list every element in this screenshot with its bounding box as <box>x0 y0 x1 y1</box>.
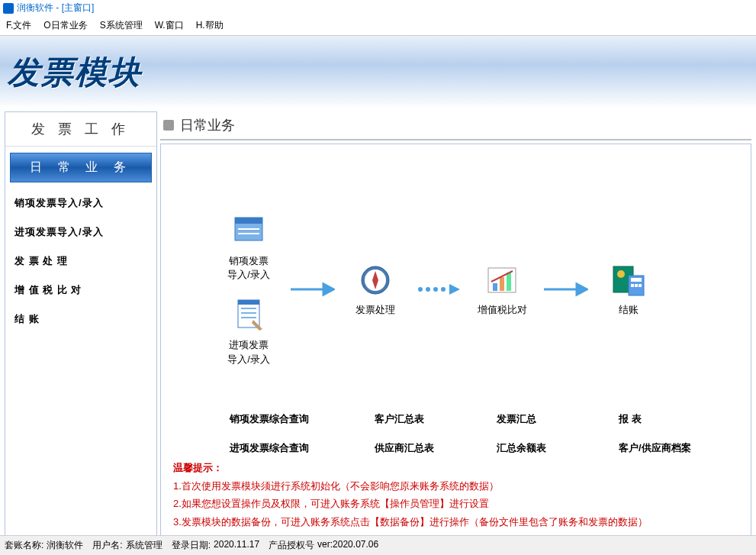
link-customer-supplier-archive[interactable]: 客户/供应商档案 <box>619 441 725 455</box>
banner: 发票模块 <box>0 36 756 108</box>
svg-point-12 <box>426 287 430 292</box>
flow-label: 发票处理 <box>355 303 395 317</box>
tips-line-1: 1.首次使用发票模块须进行系统初始化（不会影响您原来账务系统的数据） <box>173 477 738 495</box>
flow-node-sales-import[interactable]: 销项发票导入/录入 <box>214 213 283 282</box>
arrow-icon <box>542 282 588 297</box>
flow-node-closing[interactable]: 结账 <box>594 262 663 317</box>
svg-rect-16 <box>493 283 497 291</box>
svg-rect-6 <box>241 308 256 309</box>
header-bullet-icon <box>163 120 174 131</box>
links-row: 销项发票综合查询 进项发票综合查询 客户汇总表 供应商汇总表 发票汇总 汇总余额… <box>230 412 735 455</box>
svg-rect-7 <box>241 312 256 314</box>
svg-rect-2 <box>238 228 259 230</box>
link-supplier-summary[interactable]: 供应商汇总表 <box>375 441 466 455</box>
tips: 温馨提示： 1.首次使用发票模块须进行系统初始化（不会影响您原来账务系统的数据）… <box>173 459 738 531</box>
status-account-label: 套账名称: <box>5 539 43 552</box>
main-header-text: 日常业务 <box>180 116 235 134</box>
tips-line-3: 3.发票模块的数据备份，可进入账务系统点击【数据备份】进行操作（备份文件里包含了… <box>173 513 738 531</box>
svg-rect-18 <box>507 273 511 291</box>
menubar: F.文件 O日常业务 S系统管理 W.窗口 H.帮助 <box>0 16 756 36</box>
status-date-label: 登录日期: <box>172 539 211 552</box>
compass-icon <box>357 262 394 298</box>
menu-help[interactable]: H.帮助 <box>196 19 224 32</box>
titlebar-text: 润衡软件 - [主窗口] <box>17 2 94 15</box>
banner-title: 发票模块 <box>8 51 142 94</box>
app-icon <box>3 3 14 14</box>
main-body: 销项发票导入/录入 进项发票导入/录入 <box>160 144 751 540</box>
sidebar-header: 发 票 工 作 <box>5 112 156 147</box>
main-header: 日常业务 <box>160 111 751 140</box>
link-purchase-query[interactable]: 进项发票综合查询 <box>230 441 344 455</box>
svg-point-13 <box>433 287 438 292</box>
flow-label: 进项发票导入/录入 <box>227 338 270 366</box>
flow-node-vat-compare[interactable]: 增值税比对 <box>468 262 536 317</box>
svg-rect-23 <box>631 284 634 287</box>
svg-point-14 <box>441 287 446 292</box>
main: 日常业务 销项发票导入/录入 进项发票导入/录入 <box>160 111 751 536</box>
sidebar: 发 票 工 作 日 常 业 务 销项发票导入/录入 进项发票导入/录入 发 票 … <box>5 111 157 536</box>
status-date: 2020.11.17 <box>214 539 259 552</box>
arrow-icon <box>289 282 335 297</box>
chart-icon <box>484 262 520 298</box>
flow-node-purchase-import[interactable]: 进项发票导入/录入 <box>214 297 283 366</box>
svg-point-20 <box>617 270 625 278</box>
svg-rect-25 <box>639 284 642 287</box>
menu-daily[interactable]: O日常业务 <box>43 19 87 32</box>
svg-rect-22 <box>631 278 642 282</box>
link-invoice-summary[interactable]: 发票汇总 <box>497 412 588 426</box>
arrow-dotted-icon <box>416 282 462 297</box>
svg-rect-5 <box>238 300 259 305</box>
sidebar-item-vat-compare[interactable]: 增 值 税 比 对 <box>5 276 156 305</box>
svg-point-11 <box>418 287 423 292</box>
flow-label: 增值税比对 <box>478 303 527 317</box>
status-license: ver:2020.07.06 <box>317 539 378 552</box>
link-report[interactable]: 报 表 <box>619 412 725 426</box>
sidebar-item-invoice-process[interactable]: 发 票 处 理 <box>5 247 156 276</box>
menu-file[interactable]: F.文件 <box>6 19 31 32</box>
svg-rect-24 <box>635 284 638 287</box>
sidebar-item-sales-import[interactable]: 销项发票导入/录入 <box>5 189 156 218</box>
sidebar-item-purchase-import[interactable]: 进项发票导入/录入 <box>5 218 156 247</box>
link-balance-summary[interactable]: 汇总余额表 <box>497 441 588 455</box>
link-sales-query[interactable]: 销项发票综合查询 <box>230 412 344 426</box>
svg-rect-8 <box>241 317 256 318</box>
status-account: 润衡软件 <box>47 539 83 552</box>
menu-window[interactable]: W.窗口 <box>155 19 184 32</box>
svg-rect-1 <box>235 218 262 224</box>
status-license-label: 产品授权号 <box>269 539 314 552</box>
tips-line-2: 2.如果您想设置操作员及权限，可进入账务系统【操作员管理】进行设置 <box>173 495 738 512</box>
statusbar: 套账名称: 润衡软件 用户名: 系统管理 登录日期: 2020.11.17 产品… <box>0 535 756 555</box>
flow-row: 销项发票导入/录入 进项发票导入/录入 <box>214 213 735 366</box>
flow-node-invoice-process[interactable]: 发票处理 <box>341 262 410 317</box>
link-customer-summary[interactable]: 客户汇总表 <box>375 412 466 426</box>
flow-label: 销项发票导入/录入 <box>227 254 270 282</box>
menu-system[interactable]: S系统管理 <box>100 19 143 32</box>
document-edit-icon <box>230 297 267 334</box>
status-user-label: 用户名: <box>92 539 122 552</box>
tips-title: 温馨提示： <box>173 459 738 476</box>
titlebar: 润衡软件 - [主窗口] <box>0 0 756 16</box>
svg-rect-17 <box>500 277 504 291</box>
sidebar-item-closing[interactable]: 结 账 <box>5 305 156 334</box>
flow-label: 结账 <box>619 303 639 317</box>
svg-rect-3 <box>238 233 259 234</box>
book-calculator-icon <box>610 262 647 298</box>
status-user: 系统管理 <box>126 539 162 552</box>
sidebar-active-daily[interactable]: 日 常 业 务 <box>10 153 152 182</box>
document-icon <box>230 213 267 250</box>
